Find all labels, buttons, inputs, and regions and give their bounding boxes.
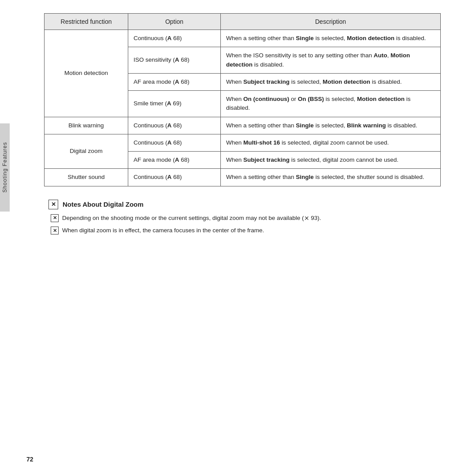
option-cell: Smile timer (A 69) [128,91,221,117]
option-cell: AF area mode (A 68) [128,73,221,90]
option-cell: Continuous (A 68) [128,117,221,134]
option-cell: ISO sensitivity (A 68) [128,47,221,74]
sidebar-label: Shooting Features [2,142,8,193]
option-cell: Continuous (A 68) [128,134,221,151]
notes-bullet-icon: ✕ [51,214,59,222]
restricted-cell: Shutter sound [45,169,128,186]
notes-bullet-icon: ✕ [51,227,59,234]
notes-icon: ✕ [48,200,58,209]
restricted-cell: Digital zoom [45,134,128,169]
notes-item: ✕Depending on the shooting mode or the c… [51,214,436,223]
description-cell: When a setting other than Single is sele… [221,117,441,134]
restrictions-table: Restricted function Option Description M… [44,13,441,186]
notes-header: ✕ Notes About Digital Zoom [48,200,436,209]
notes-items: ✕Depending on the shooting mode or the c… [48,214,436,235]
notes-item-text: Depending on the shooting mode or the cu… [62,214,321,223]
restricted-cell: Blink warning [45,117,128,134]
notes-item-text: When digital zoom is in effect, the came… [62,226,264,235]
sidebar-tab: Shooting Features [0,123,10,212]
description-cell: When Subject tracking is selected, Motio… [221,73,441,90]
description-cell: When a setting other than Single is sele… [221,169,441,186]
option-cell: AF area mode (A 68) [128,152,221,169]
table-header-row: Restricted function Option Description [45,14,441,30]
description-cell: When the ISO sensitivity is set to any s… [221,47,441,74]
main-content: Restricted function Option Description M… [26,0,458,476]
description-cell: When Multi-shot 16 is selected, digital … [221,134,441,151]
notes-section: ✕ Notes About Digital Zoom ✕Depending on… [44,200,441,235]
page-container: Shooting Features Restricted function Op… [0,0,476,476]
header-option: Option [128,14,221,30]
notes-item: ✕When digital zoom is in effect, the cam… [51,226,436,235]
table-row: Shutter soundContinuous (A 68)When a set… [45,169,441,186]
header-restricted: Restricted function [45,14,128,30]
table-row: Blink warningContinuous (A 68)When a set… [45,117,441,134]
description-cell: When On (continuous) or On (BSS) is sele… [221,91,441,117]
notes-title: Notes About Digital Zoom [63,201,144,208]
restricted-cell: Motion detection [45,30,128,117]
table-row: Motion detectionContinuous (A 68)When a … [45,30,441,47]
header-description: Description [221,14,441,30]
option-cell: Continuous (A 68) [128,169,221,186]
description-cell: When Subject tracking is selected, digit… [221,152,441,169]
option-cell: Continuous (A 68) [128,30,221,47]
table-row: Digital zoomContinuous (A 68)When Multi-… [45,134,441,151]
page-number: 72 [26,456,33,463]
description-cell: When a setting other than Single is sele… [221,30,441,47]
